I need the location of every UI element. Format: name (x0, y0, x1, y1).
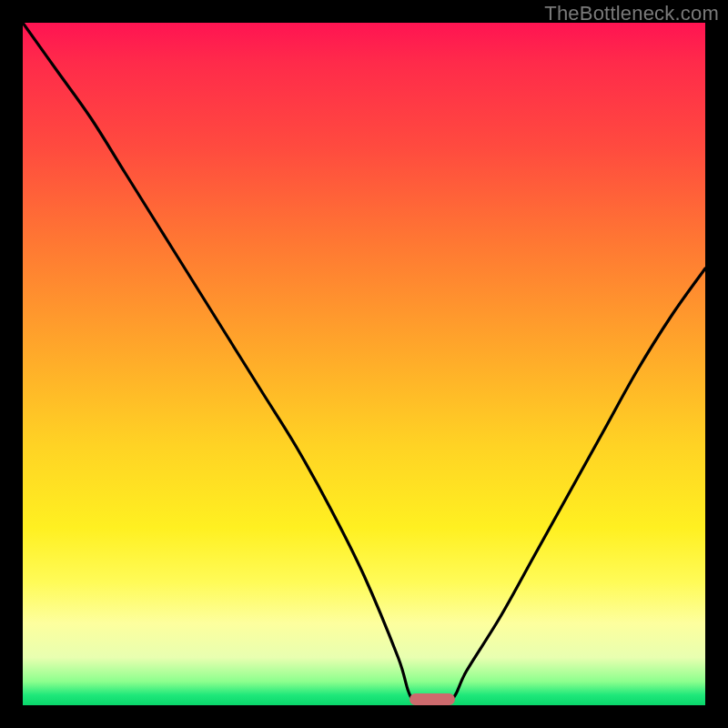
optimal-point-marker (410, 693, 455, 705)
bottleneck-curve (23, 23, 705, 705)
chart-frame: TheBottleneck.com (0, 0, 728, 728)
curve-layer (23, 23, 705, 705)
plot-area (23, 23, 705, 705)
